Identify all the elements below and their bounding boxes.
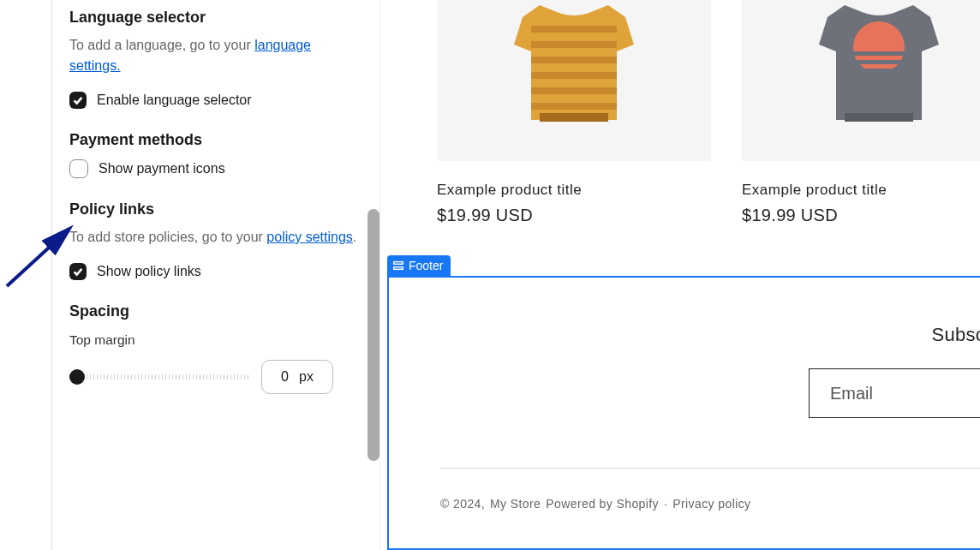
top-margin-control: 0 px: [69, 360, 362, 394]
show-policy-links-checkbox[interactable]: [69, 263, 87, 280]
email-input[interactable]: Email: [809, 368, 980, 418]
policy-heading: Policy links: [69, 200, 362, 218]
svg-rect-7: [540, 113, 608, 122]
footer-tag-label: Footer: [409, 259, 443, 272]
product-price: $19.99 USD: [437, 206, 711, 225]
enable-language-row[interactable]: Enable language selector: [69, 92, 362, 109]
slider-ticks: [69, 374, 249, 380]
top-margin-label: Top margin: [69, 332, 362, 348]
language-help-prefix: To add a language, go to your: [69, 38, 254, 52]
theme-preview: Example product title $19.99 USD Example…: [379, 0, 980, 550]
section-language-selector: Language selector To add a language, go …: [69, 9, 362, 109]
show-payment-icons-checkbox[interactable]: [69, 159, 88, 178]
show-policy-links-row[interactable]: Show policy links: [69, 263, 362, 280]
svg-rect-12: [845, 113, 913, 122]
svg-rect-3: [531, 57, 617, 63]
product-title: Example product title: [437, 182, 711, 199]
svg-rect-5: [531, 87, 617, 94]
top-margin-unit: px: [299, 369, 314, 385]
section-payment-methods: Payment methods Show payment icons: [69, 131, 362, 178]
product-card[interactable]: Example product title $19.99 USD: [437, 0, 711, 225]
svg-rect-14: [394, 267, 403, 270]
settings-sidebar: Language selector To add a language, go …: [0, 0, 379, 550]
legal-powered[interactable]: Powered by Shopify: [546, 497, 659, 511]
footer-section-tag[interactable]: Footer: [387, 255, 451, 276]
product-card[interactable]: Example product title $19.99 USD: [742, 0, 980, 225]
product-row: Example product title $19.99 USD Example…: [437, 0, 980, 225]
product-thumbnail: [742, 0, 980, 161]
svg-rect-11: [852, 69, 906, 73]
legal-dot: ·: [664, 497, 667, 511]
svg-rect-4: [531, 72, 617, 79]
legal-store-link[interactable]: My Store: [490, 497, 541, 511]
svg-point-8: [853, 21, 905, 73]
svg-rect-9: [852, 51, 906, 56]
sidebar-scrollbar[interactable]: [368, 209, 379, 461]
top-margin-value-box[interactable]: 0 px: [261, 360, 333, 394]
footer-section-icon: [392, 260, 404, 272]
policy-help-after: .: [353, 230, 356, 244]
subscribe-heading: Subscribe: [931, 324, 980, 346]
tshirt-striped-icon: [488, 0, 660, 161]
product-title: Example product title: [742, 182, 980, 199]
svg-rect-13: [394, 262, 403, 265]
svg-rect-10: [852, 60, 906, 64]
footer-divider: [440, 468, 980, 469]
enable-language-checkbox[interactable]: [69, 92, 87, 109]
show-payment-icons-row[interactable]: Show payment icons: [69, 159, 362, 178]
product-thumbnail: [437, 0, 711, 161]
slider-thumb[interactable]: [69, 369, 85, 385]
email-placeholder: Email: [830, 384, 873, 404]
legal-prefix: © 2024,: [440, 497, 485, 511]
show-payment-icons-label: Show payment icons: [99, 161, 225, 176]
section-spacing: Spacing Top margin 0 px: [69, 302, 362, 394]
top-margin-slider[interactable]: [69, 369, 249, 385]
svg-rect-1: [531, 26, 617, 33]
section-policy-links: Policy links To add store policies, go t…: [69, 200, 362, 280]
spacing-heading: Spacing: [69, 302, 362, 320]
privacy-policy-link[interactable]: Privacy policy: [672, 497, 750, 511]
policy-settings-link[interactable]: policy settings: [266, 230, 353, 244]
svg-rect-6: [531, 103, 617, 110]
footer-section-outline[interactable]: Footer Subscribe Email © 2024, My Store …: [387, 276, 980, 550]
policy-help-prefix: To add store policies, go to your: [69, 230, 266, 244]
product-price: $19.99 USD: [742, 206, 980, 225]
top-margin-value: 0: [281, 369, 289, 385]
tshirt-sunset-icon: [793, 0, 965, 161]
language-heading: Language selector: [69, 9, 362, 27]
policy-help-text: To add store policies, go to your policy…: [69, 227, 362, 248]
footer-body: Subscribe Email © 2024, My Store Powered…: [389, 278, 980, 548]
show-policy-links-label: Show policy links: [97, 264, 201, 279]
svg-rect-2: [531, 41, 617, 48]
language-help-text: To add a language, go to your language s…: [69, 35, 362, 76]
payment-heading: Payment methods: [69, 131, 362, 149]
footer-legal: © 2024, My Store Powered by Shopify · Pr…: [440, 497, 750, 511]
enable-language-label: Enable language selector: [97, 93, 252, 108]
